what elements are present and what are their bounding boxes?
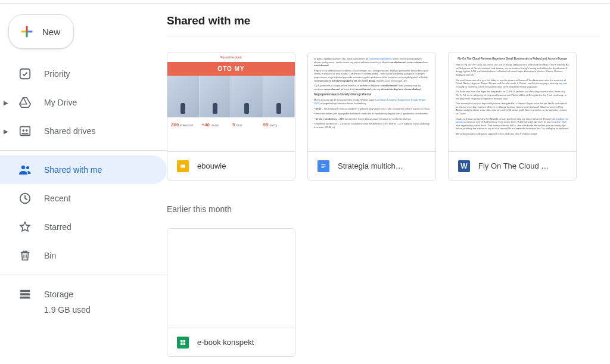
chevron-right-icon[interactable]: ▶ bbox=[0, 128, 12, 135]
svg-rect-10 bbox=[180, 164, 185, 167]
sidebar-item-label: Priority bbox=[44, 69, 70, 79]
nav-list-secondary: Shared with me Recent Starred bbox=[0, 155, 167, 270]
file-card[interactable]: W połku ulightbanvamych vita, wonil popi… bbox=[307, 52, 436, 181]
file-card[interactable]: Fly On The Cloud Partners Represent Smal… bbox=[448, 52, 577, 181]
sidebar-item-label: Shared with me bbox=[44, 165, 102, 175]
file-preview: W połku ulightbanvamych vita, wonil popi… bbox=[308, 52, 435, 151]
svg-rect-0 bbox=[20, 69, 30, 79]
file-preview bbox=[167, 229, 295, 328]
svg-rect-16 bbox=[180, 343, 183, 345]
svg-rect-13 bbox=[322, 167, 325, 168]
sidebar-item-recent[interactable]: Recent bbox=[0, 184, 167, 213]
file-grid: Fly on the cloud OTO MY 200klientów +40o… bbox=[167, 36, 600, 357]
storage-icon bbox=[18, 287, 32, 301]
docs-icon bbox=[318, 160, 329, 172]
sheets-icon bbox=[177, 337, 189, 349]
svg-rect-15 bbox=[183, 340, 186, 343]
svg-rect-17 bbox=[183, 343, 186, 345]
svg-point-3 bbox=[26, 129, 28, 132]
drive-icon bbox=[18, 95, 32, 110]
file-name: ebouwie bbox=[197, 161, 226, 170]
sidebar-item-bin[interactable]: Bin bbox=[0, 241, 167, 270]
sidebar-item-label: Shared drives bbox=[44, 126, 95, 136]
storage-used: 1.9 GB used bbox=[18, 305, 167, 315]
shared-drives-icon bbox=[18, 124, 32, 138]
svg-rect-14 bbox=[180, 340, 183, 343]
svg-rect-8 bbox=[20, 293, 30, 295]
clock-icon bbox=[18, 191, 32, 206]
preview-brand: Fly on the cloud bbox=[167, 52, 295, 62]
sidebar-item-storage[interactable]: Storage bbox=[18, 280, 167, 309]
file-card[interactable]: e-book konspekt bbox=[167, 228, 295, 357]
storage-label: Storage bbox=[44, 290, 73, 299]
svg-rect-12 bbox=[322, 166, 326, 166]
svg-point-2 bbox=[22, 129, 24, 132]
preview-stats: 200klientów +40osób 5biur 95certy bbox=[167, 117, 295, 132]
sidebar-divider bbox=[0, 275, 167, 275]
svg-rect-9 bbox=[20, 297, 30, 299]
new-button-label: New bbox=[42, 27, 60, 37]
plus-icon bbox=[18, 23, 35, 40]
file-card[interactable]: Fly on the cloud OTO MY 200klientów +40o… bbox=[167, 52, 295, 181]
star-icon bbox=[18, 220, 32, 234]
sidebar-item-label: Recent bbox=[44, 194, 70, 203]
priority-icon bbox=[18, 67, 32, 81]
people-icon bbox=[18, 163, 32, 177]
sidebar-item-label: Starred bbox=[44, 222, 71, 232]
new-button[interactable]: New bbox=[8, 14, 74, 49]
sidebar-item-my-drive[interactable]: ▶ My Drive bbox=[0, 88, 167, 117]
trash-icon bbox=[18, 248, 32, 263]
sidebar-item-shared-drives[interactable]: ▶ Shared drives bbox=[0, 117, 167, 145]
slides-icon bbox=[177, 160, 189, 172]
file-preview: Fly on the cloud OTO MY 200klientów +40o… bbox=[167, 52, 295, 151]
sidebar-item-label: My Drive bbox=[44, 98, 77, 107]
section-earlier-label: Earlier this month bbox=[167, 192, 600, 216]
storage-section: Storage 1.9 GB used bbox=[0, 280, 167, 315]
file-footer: ebouwie bbox=[167, 151, 295, 180]
file-footer: Strategia multich… bbox=[308, 151, 435, 180]
file-name: e-book konspekt bbox=[197, 338, 254, 347]
svg-point-5 bbox=[26, 166, 29, 169]
word-icon: W bbox=[458, 160, 470, 172]
file-footer: e-book konspekt bbox=[167, 328, 295, 356]
svg-rect-7 bbox=[20, 290, 30, 293]
preview-photo-strip bbox=[167, 76, 295, 117]
svg-rect-11 bbox=[322, 164, 326, 165]
nav-list: Priority ▶ My Drive ▶ Shared drives bbox=[0, 60, 167, 145]
sidebar-item-priority[interactable]: Priority bbox=[0, 60, 167, 88]
sidebar-item-starred[interactable]: Starred bbox=[0, 213, 167, 241]
sidebar-item-label: Bin bbox=[44, 251, 56, 260]
page-title: Shared with me bbox=[167, 10, 600, 36]
file-preview: Fly On The Cloud Partners Represent Smal… bbox=[449, 52, 576, 151]
file-footer: W Fly On The Cloud … bbox=[449, 151, 576, 180]
sidebar: New Priority ▶ My Drive ▶ bbox=[0, 4, 167, 364]
file-name: Fly On The Cloud … bbox=[478, 161, 549, 170]
preview-banner: OTO MY bbox=[167, 62, 295, 76]
svg-point-4 bbox=[21, 166, 25, 169]
sidebar-divider bbox=[0, 150, 167, 151]
chevron-right-icon[interactable]: ▶ bbox=[0, 99, 12, 106]
file-name: Strategia multich… bbox=[338, 161, 403, 170]
main-content: Shared with me Fly on the cloud OTO MY 2… bbox=[167, 4, 610, 364]
sidebar-item-shared-with-me[interactable]: Shared with me bbox=[0, 155, 167, 184]
